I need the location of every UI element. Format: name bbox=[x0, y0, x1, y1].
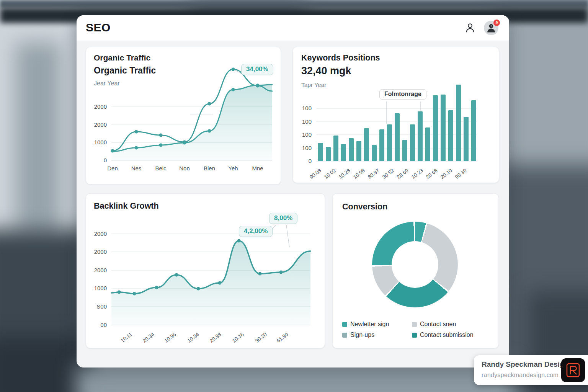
background-blob bbox=[15, 42, 61, 241]
svg-text:10.98: 10.98 bbox=[352, 168, 366, 180]
svg-text:100: 100 bbox=[302, 118, 312, 125]
svg-text:100: 100 bbox=[302, 105, 312, 111]
page-title: SEO bbox=[86, 21, 111, 34]
svg-text:30 52: 30 52 bbox=[381, 168, 395, 180]
legend-item-newsletter[interactable]: Newletter sign bbox=[342, 321, 412, 328]
svg-text:80.97: 80.97 bbox=[367, 168, 381, 180]
svg-text:90 30: 90 30 bbox=[454, 168, 468, 180]
keywords-bar-chart[interactable]: 100100100100090.0810 0210.2810.9880.9730… bbox=[293, 47, 500, 183]
svg-text:Non: Non bbox=[179, 165, 190, 172]
legend-label: Contact snen bbox=[420, 321, 456, 328]
legend-label: Newletter sign bbox=[350, 321, 389, 328]
designer-logo-icon bbox=[561, 358, 585, 382]
conversion-card: Conversion Newletter sign Contact snen S… bbox=[332, 193, 499, 348]
svg-text:Mne: Mne bbox=[252, 165, 263, 172]
legend-label: Contact submission bbox=[420, 332, 474, 338]
svg-text:61.90: 61.90 bbox=[276, 332, 289, 344]
svg-text:S00: S00 bbox=[96, 303, 107, 310]
svg-text:20.98: 20.98 bbox=[209, 332, 222, 344]
background-blob bbox=[0, 337, 84, 392]
legend-swatch bbox=[412, 322, 417, 327]
svg-text:2000: 2000 bbox=[94, 230, 107, 237]
user-icon[interactable] bbox=[464, 22, 476, 34]
svg-text:0: 0 bbox=[309, 158, 312, 164]
backlink-growth-card: Backlink Growth 8,00% 4,2,00% 2000200020… bbox=[86, 193, 325, 348]
svg-text:Beic: Beic bbox=[155, 165, 167, 172]
svg-text:1000: 1000 bbox=[94, 285, 107, 291]
profile-avatar[interactable]: 9 bbox=[484, 21, 498, 35]
svg-text:10.96: 10.96 bbox=[163, 332, 177, 344]
svg-text:1000: 1000 bbox=[94, 139, 107, 145]
svg-text:28 60: 28 60 bbox=[396, 168, 410, 180]
chart-tooltip-secondary: 8,00% bbox=[269, 213, 297, 224]
svg-text:30.20: 30.20 bbox=[254, 332, 268, 344]
donut-legend: Newletter sign Contact snen Sign-ups Con… bbox=[342, 321, 492, 338]
svg-text:100: 100 bbox=[302, 145, 312, 151]
organic-traffic-card: Organic Traffic Organic Traffic Jear Yea… bbox=[86, 47, 281, 185]
legend-item-contact-submission[interactable]: Contact submission bbox=[412, 332, 492, 338]
svg-text:Yeh: Yeh bbox=[228, 165, 238, 172]
legend-swatch bbox=[342, 333, 347, 338]
svg-text:0: 0 bbox=[104, 157, 107, 163]
conversion-donut-chart[interactable] bbox=[372, 222, 458, 307]
svg-text:00: 00 bbox=[100, 322, 107, 328]
svg-text:10.28: 10.28 bbox=[338, 168, 351, 180]
svg-text:10.34: 10.34 bbox=[186, 331, 200, 344]
svg-text:2000: 2000 bbox=[94, 103, 107, 110]
keywords-positions-card: Keywords Positions 32,40 mgk Tapr Year F… bbox=[292, 47, 499, 183]
legend-item-signups[interactable]: Sign-ups bbox=[342, 332, 412, 338]
svg-text:Blen: Blen bbox=[204, 165, 215, 172]
svg-text:20.10: 20.10 bbox=[439, 168, 453, 180]
legend-swatch bbox=[342, 322, 347, 327]
chart-tooltip: Folmtonrage bbox=[379, 89, 426, 100]
notification-badge: 9 bbox=[493, 20, 500, 26]
background-blob bbox=[0, 0, 588, 8]
seo-dashboard-panel: SEO 9 Organic Traffic Organic Traffic Je… bbox=[77, 15, 509, 368]
svg-text:20 68: 20 68 bbox=[425, 168, 439, 180]
svg-text:10 02: 10 02 bbox=[323, 168, 337, 180]
legend-swatch bbox=[412, 333, 417, 338]
svg-text:10.16: 10.16 bbox=[231, 332, 245, 344]
background-blob bbox=[77, 364, 513, 392]
svg-text:10 23: 10 23 bbox=[410, 168, 424, 180]
svg-text:2000: 2000 bbox=[94, 248, 107, 255]
watermark-url: randyspeckmandesign.com bbox=[482, 371, 559, 379]
chart-tooltip: 34,00% bbox=[241, 64, 273, 75]
svg-text:90.08: 90.08 bbox=[309, 168, 322, 180]
card-title: Conversion bbox=[342, 202, 387, 212]
svg-text:Den: Den bbox=[107, 165, 118, 172]
svg-text:20.34: 20.34 bbox=[142, 331, 155, 344]
legend-item-contact-snen[interactable]: Contact snen bbox=[412, 321, 492, 328]
svg-text:2000: 2000 bbox=[94, 121, 107, 128]
svg-text:Nes: Nes bbox=[131, 165, 142, 172]
svg-text:2000: 2000 bbox=[94, 267, 107, 273]
svg-text:10.11: 10.11 bbox=[120, 332, 133, 344]
chart-tooltip-primary: 4,2,00% bbox=[239, 226, 273, 237]
designer-watermark[interactable]: Randy Speckman Design randyspeckmandesig… bbox=[474, 355, 588, 385]
legend-label: Sign-ups bbox=[350, 332, 374, 338]
dashboard-header: SEO 9 bbox=[77, 15, 509, 41]
watermark-name: Randy Speckman Design bbox=[482, 360, 568, 369]
svg-text:100: 100 bbox=[302, 131, 312, 138]
